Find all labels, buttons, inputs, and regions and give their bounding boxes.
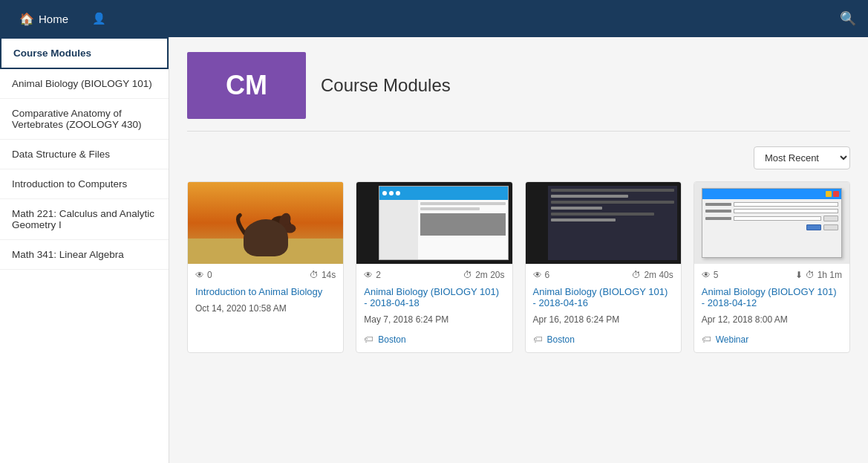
line-4 <box>551 207 603 210</box>
row-4 <box>705 224 838 230</box>
dot-1 <box>382 191 387 195</box>
home-icon: 🏠 <box>19 12 34 26</box>
card-4-tag-label[interactable]: Webinar <box>716 334 748 345</box>
card-2-title[interactable]: Animal Biology (BIOLOGY 101) - 2018-04-1… <box>356 283 512 313</box>
card-4-title[interactable]: Animal Biology (BIOLOGY 101) - 2018-04-1… <box>694 283 849 313</box>
svg-point-6 <box>284 224 296 233</box>
card-4-dialog-body <box>702 199 841 236</box>
field-input <box>734 216 821 221</box>
line-2 <box>551 195 629 198</box>
card-4-date: Apr 12, 2018 8:00 AM <box>694 313 849 331</box>
dog-scene-svg <box>188 182 343 264</box>
eye-icon: 👁 <box>533 270 542 280</box>
card-2-duration: ⏱ 2m 20s <box>463 270 504 280</box>
line-5 <box>551 213 654 216</box>
tag-icon: 🏷 <box>702 334 711 345</box>
field-input <box>734 202 838 207</box>
eye-icon: 👁 <box>364 270 373 280</box>
field-input <box>734 209 838 213</box>
card-2-inner <box>379 186 508 260</box>
eye-icon: 👁 <box>195 270 204 280</box>
card-4-dialog <box>702 188 842 258</box>
sidebar-item-math-341[interactable]: Math 341: Linear Algebra <box>0 240 169 270</box>
card-3-inner <box>548 186 677 260</box>
card-3-meta: 👁 6 ⏱ 2m 40s <box>526 264 681 283</box>
row-3 <box>705 216 838 221</box>
sidebar-item-animal-biology[interactable]: Animal Biology (BIOLOGY 101) <box>0 69 169 99</box>
home-nav-item[interactable]: 🏠 Home <box>12 7 76 30</box>
header-nav: 🏠 Home 👤 <box>12 7 114 30</box>
search-icon[interactable]: 🔍 <box>840 10 856 27</box>
card-3-thumbnail <box>526 182 681 264</box>
card-2-tag-label[interactable]: Boston <box>378 334 405 345</box>
card-1-thumbnail <box>188 182 343 264</box>
card-2-date: May 7, 2018 6:24 PM <box>356 313 512 331</box>
svg-rect-7 <box>248 241 252 253</box>
minimize-btn <box>826 191 832 197</box>
main-content: CM Course Modules Most Recent Most Viewe… <box>169 37 868 463</box>
card-2-tag: 🏷 Boston <box>356 331 512 352</box>
clock-icon: ⏱ <box>310 270 319 280</box>
card-2-content <box>418 200 508 259</box>
sort-bar: Most Recent Most Viewed Alphabetical <box>187 146 850 169</box>
sidebar: Course Modules Animal Biology (BIOLOGY 1… <box>0 37 169 463</box>
tag-icon: 🏷 <box>364 334 373 345</box>
row-1 <box>705 202 838 207</box>
user-icon: 👤 <box>92 12 106 25</box>
field-label <box>705 217 731 220</box>
card-3-tag: 🏷 Boston <box>526 331 681 352</box>
card-1-meta: 👁 0 ⏱ 14s <box>188 264 343 283</box>
clock-icon: ⏱ <box>632 270 641 280</box>
tag-icon: 🏷 <box>533 334 543 345</box>
course-logo: CM <box>187 52 306 119</box>
svg-rect-8 <box>255 242 260 253</box>
card-2-views: 👁 2 <box>364 270 381 280</box>
card-2-sidebar <box>379 200 418 259</box>
card-4-titlebar <box>702 189 841 199</box>
sidebar-item-math-221[interactable]: Math 221: Calculus and Analytic Geometry… <box>0 199 169 240</box>
cancel-btn <box>823 224 838 230</box>
field-label <box>705 203 731 206</box>
svg-rect-2 <box>188 239 343 264</box>
eye-icon: 👁 <box>702 270 711 280</box>
card-4-views: 👁 5 <box>702 270 719 280</box>
card-3-tag-label[interactable]: Boston <box>547 334 575 345</box>
cards-grid: 👁 0 ⏱ 14s Introduction to Animal Biology… <box>187 181 850 353</box>
row-2 <box>705 209 838 213</box>
card-2-thumbnail <box>356 182 512 264</box>
course-header: CM Course Modules <box>187 52 850 132</box>
sidebar-item-course-modules[interactable]: Course Modules <box>0 37 169 69</box>
user-nav-item[interactable]: 👤 <box>85 7 114 30</box>
card-4-thumbnail <box>694 182 849 264</box>
card-2-header <box>379 187 507 200</box>
browse-btn <box>823 216 838 221</box>
sidebar-item-data-structure[interactable]: Data Structure & Files <box>0 140 169 169</box>
line-1 <box>420 202 506 205</box>
sidebar-item-comparative-anatomy[interactable]: Comparative Anatomy of Vertebrates (ZOOL… <box>0 99 169 140</box>
card-3-date: Apr 16, 2018 6:24 PM <box>526 313 681 331</box>
ok-btn <box>806 224 821 230</box>
line-3 <box>551 201 674 204</box>
line-6 <box>551 218 616 221</box>
svg-point-3 <box>244 222 278 244</box>
card-3-views: 👁 6 <box>533 270 550 280</box>
card-2: 👁 2 ⏱ 2m 20s Animal Biology (BIOLOGY 101… <box>356 181 512 353</box>
card-3-title[interactable]: Animal Biology (BIOLOGY 101) - 2018-04-1… <box>526 283 681 313</box>
home-label: Home <box>39 13 68 25</box>
card-4-meta: 👁 5 ⬇ ⏱ 1h 1m <box>694 264 849 283</box>
line-1 <box>551 189 674 192</box>
card-1-date: Oct 14, 2020 10:58 AM <box>188 302 343 320</box>
card-2-image <box>420 213 506 236</box>
card-1: 👁 0 ⏱ 14s Introduction to Animal Biology… <box>187 181 344 353</box>
card-3: 👁 6 ⏱ 2m 40s Animal Biology (BIOLOGY 101… <box>525 181 682 353</box>
svg-rect-10 <box>275 239 280 251</box>
sidebar-item-intro-computers[interactable]: Introduction to Computers <box>0 169 169 199</box>
sort-select[interactable]: Most Recent Most Viewed Alphabetical <box>754 146 850 169</box>
clock-icon: ⏱ <box>463 270 472 280</box>
dot-3 <box>396 191 400 195</box>
close-btn <box>833 191 839 197</box>
card-2-body <box>379 200 507 259</box>
card-4: 👁 5 ⬇ ⏱ 1h 1m Animal Biology (BIOLOGY 10… <box>694 181 850 353</box>
card-1-duration: ⏱ 14s <box>310 270 336 280</box>
card-1-title[interactable]: Introduction to Animal Biology <box>188 283 343 302</box>
